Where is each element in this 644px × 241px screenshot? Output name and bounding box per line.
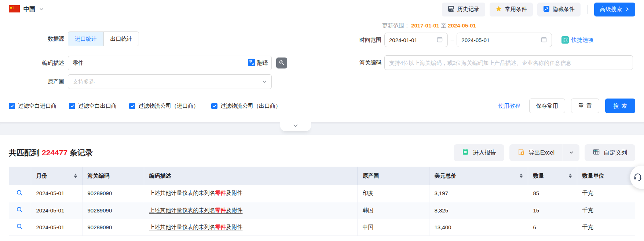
history-button[interactable]: 历史记录 <box>442 3 485 16</box>
favorite-conditions-button[interactable]: 常用条件 <box>490 3 533 16</box>
save-common-button[interactable]: 保存常用 <box>529 99 565 113</box>
search-button[interactable]: 搜索 <box>605 99 636 113</box>
keyword-highlight: 零件 <box>215 224 226 230</box>
row-detail-cell <box>9 202 31 219</box>
topbar: 中国 历史记录 常用条件 隐藏条件 高级搜索 <box>0 0 644 19</box>
origin-country-label: 原产国 <box>9 78 64 85</box>
row-detail-cell <box>9 219 31 236</box>
code-desc-input[interactable] <box>68 56 272 70</box>
desc-link[interactable]: 上述其他计量仪表的未列名零件及附件 <box>149 224 243 230</box>
cell-month: 2024-05-01 <box>31 185 82 202</box>
cell-qty: 6 <box>528 219 577 236</box>
country-selector[interactable]: 中国 <box>9 5 44 14</box>
export-options-caret-button[interactable] <box>563 144 579 161</box>
row-search-icon[interactable] <box>16 225 23 231</box>
cell-usd: 13,400 <box>429 219 528 236</box>
sort-usd-control[interactable] <box>520 174 523 178</box>
row-search-icon[interactable] <box>16 191 23 197</box>
table-row: 2024-05-01 90289090 上述其他计量仪表的未列名零件及附件 印度… <box>9 185 635 202</box>
advanced-search-button[interactable]: 高级搜索 <box>594 3 635 16</box>
collapse-icon <box>543 5 550 13</box>
cell-desc: 上述其他计量仪表的未列名零件及附件 <box>144 219 357 236</box>
topbar-actions: 历史记录 常用条件 隐藏条件 高级搜索 <box>442 3 635 16</box>
filter-checkboxes: 过滤空白进口商 过滤空白出口商 过滤物流公司（进口商） 过滤物流公司（出口商） <box>9 103 281 110</box>
star-icon <box>495 5 502 13</box>
end-date-input[interactable]: 2024-05-01 <box>457 33 552 47</box>
column-header-hscode: 海关编码 <box>82 167 144 185</box>
sort-qty-control[interactable] <box>569 174 572 178</box>
divider <box>587 5 588 14</box>
desc-link[interactable]: 上述其他计量仪表的未列名零件及附件 <box>149 190 243 196</box>
checkbox-filter-logistics-importer[interactable]: 过滤物流公司（进口商） <box>129 103 199 110</box>
translate-button[interactable]: A 翻译 <box>248 59 268 67</box>
excel-export-icon <box>517 148 525 157</box>
china-flag-icon <box>9 5 20 14</box>
table-row: 2024-05-01 90289090 上述其他计量仪表的未列名零件及附件 韩国… <box>9 202 635 219</box>
cell-origin: 中国 <box>357 219 429 236</box>
country-label: 中国 <box>23 5 35 13</box>
cell-origin: 韩国 <box>357 202 429 219</box>
desc-link[interactable]: 上述其他计量仪表的未列名零件及附件 <box>149 207 243 213</box>
chevron-down-icon <box>293 123 298 129</box>
column-header-origin: 原产国 <box>357 167 429 185</box>
table-header-row: 月份 海关编码 编码描述 原产国 美元总价 <box>9 167 635 185</box>
checkbox-filter-logistics-exporter[interactable]: 过滤物流公司（出口商） <box>211 103 281 110</box>
history-icon <box>448 5 454 13</box>
cell-usd: 8,325 <box>429 202 528 219</box>
tab-export-stats[interactable]: 出口统计 <box>103 32 139 46</box>
checkbox-checked-icon <box>129 103 135 109</box>
svg-text:A: A <box>252 62 255 66</box>
export-excel-button[interactable]: 导出Excel <box>509 144 563 161</box>
checkbox-filter-blank-importer[interactable]: 过滤空白进口商 <box>9 103 56 110</box>
chevron-down-icon <box>262 79 267 85</box>
checkbox-checked-icon <box>69 103 75 109</box>
chevron-down-icon <box>569 149 574 156</box>
date-separator: – <box>451 37 454 43</box>
export-excel-split-button: 导出Excel <box>509 144 579 161</box>
checkbox-checked-icon <box>211 103 217 109</box>
datasource-label: 数据源 <box>9 36 64 42</box>
enter-report-button[interactable]: 进入报告 <box>454 144 504 161</box>
column-header-month: 月份 <box>31 167 82 185</box>
column-header-unit: 数量单位 <box>577 167 635 185</box>
update-range-note: 更新范围： 2017-01-01 至 2024-05-01 <box>382 22 476 29</box>
custom-columns-button[interactable]: 自定义列 <box>585 144 635 161</box>
chevron-right-icon <box>625 6 629 12</box>
cell-unit: 千克 <box>577 202 635 219</box>
collapse-form-handle[interactable] <box>280 121 311 131</box>
quick-options-link[interactable]: 快捷选项 <box>561 36 593 44</box>
start-date-input[interactable]: 2024-01-01 <box>384 33 448 47</box>
keyword-highlight: 零件 <box>215 207 226 213</box>
origin-country-select[interactable]: 支持多选 <box>68 74 272 89</box>
cell-qty: 15 <box>528 202 577 219</box>
column-header-qty: 数量 <box>528 167 577 185</box>
datasource-tabs: 进口统计 出口统计 <box>68 31 139 46</box>
column-header-detail <box>9 167 31 185</box>
translate-icon: A <box>248 59 255 67</box>
command-icon <box>561 36 569 44</box>
cell-hscode: 90289090 <box>82 219 144 236</box>
reset-button[interactable]: 重置 <box>571 99 599 113</box>
tab-import-stats[interactable]: 进口统计 <box>68 32 103 46</box>
hs-code-input[interactable] <box>384 55 633 70</box>
section-divider-band <box>0 122 644 135</box>
results-table: 月份 海关编码 编码描述 原产国 美元总价 <box>9 167 635 236</box>
checkbox-checked-icon <box>9 103 15 109</box>
sort-month-control[interactable] <box>74 174 77 178</box>
search-equals-icon <box>278 59 285 67</box>
results-toolbar: 进入报告 导出Excel 自定义列 <box>454 144 635 161</box>
columns-icon <box>593 148 600 157</box>
cell-hscode: 90289090 <box>82 202 144 219</box>
tutorial-link[interactable]: 使用教程 <box>498 103 520 110</box>
cell-hscode: 90289090 <box>82 185 144 202</box>
exact-match-search-button[interactable] <box>276 58 287 68</box>
column-header-usd: 美元总价 <box>429 167 528 185</box>
cell-qty: 85 <box>528 185 577 202</box>
row-detail-cell <box>9 185 31 202</box>
cell-desc: 上述其他计量仪表的未列名零件及附件 <box>144 185 357 202</box>
cell-month: 2024-05-01 <box>31 219 82 236</box>
cell-unit: 千克 <box>577 185 635 202</box>
row-search-icon[interactable] <box>16 208 23 214</box>
checkbox-filter-blank-exporter[interactable]: 过滤空白出口商 <box>69 103 117 110</box>
hide-conditions-button[interactable]: 隐藏条件 <box>537 3 581 16</box>
